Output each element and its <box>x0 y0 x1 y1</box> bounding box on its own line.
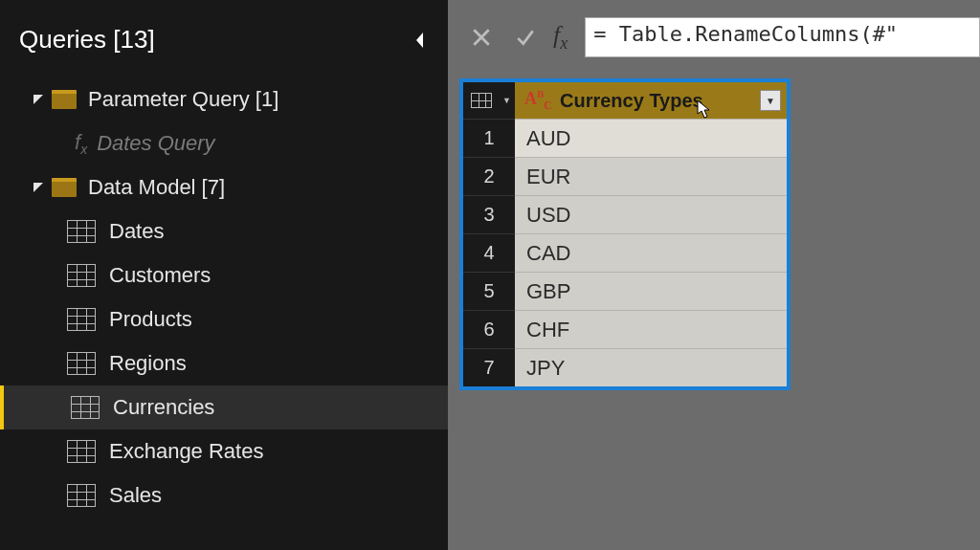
query-label: Products <box>109 307 192 332</box>
query-label: Regions <box>109 351 187 376</box>
row-number: 5 <box>463 272 515 310</box>
table-row[interactable]: 1 AUD <box>463 119 787 157</box>
column-header-currency-types[interactable]: ABC Currency Types ▼ <box>515 82 787 119</box>
data-preview-table: ▼ ABC Currency Types ▼ 1 AUD 2 EUR 3 USD… <box>459 78 791 390</box>
row-number: 3 <box>463 195 515 233</box>
cell-value[interactable]: USD <box>515 195 787 233</box>
cell-value[interactable]: CAD <box>515 233 787 272</box>
query-currencies[interactable]: Currencies <box>0 385 448 429</box>
row-number: 1 <box>463 119 515 157</box>
expand-icon[interactable] <box>33 182 44 193</box>
table-row[interactable]: 7 JPY <box>463 348 787 386</box>
cell-value[interactable]: EUR <box>515 157 787 195</box>
query-customers[interactable]: Customers <box>0 253 448 297</box>
table-icon <box>67 352 96 375</box>
table-header-row: ▼ ABC Currency Types ▼ <box>463 82 787 119</box>
row-number: 2 <box>463 157 515 195</box>
folder-label: Parameter Query [1] <box>88 87 278 112</box>
queries-header: Queries [13] <box>0 8 448 77</box>
cell-value[interactable]: CHF <box>515 310 787 348</box>
query-label: Currencies <box>113 395 214 420</box>
main-area: fx = Table.RenameColumns(#" ▼ ABC Curren… <box>448 0 980 550</box>
table-icon <box>67 220 96 243</box>
query-label: Dates Query <box>97 131 215 156</box>
query-dates[interactable]: Dates <box>0 209 448 253</box>
fx-icon: fx <box>75 130 87 157</box>
query-label: Dates <box>109 219 164 244</box>
accept-formula-button[interactable] <box>503 15 547 59</box>
table-icon <box>67 264 96 287</box>
table-row[interactable]: 6 CHF <box>463 310 787 348</box>
table-icon <box>67 484 96 507</box>
expand-icon[interactable] <box>33 94 44 105</box>
folder-label: Data Model [7] <box>88 175 225 200</box>
formula-input[interactable]: = Table.RenameColumns(#" <box>585 17 980 57</box>
table-row[interactable]: 3 USD <box>463 195 787 233</box>
query-exchange-rates[interactable]: Exchange Rates <box>0 429 448 473</box>
query-tree: Parameter Query [1] fx Dates Query Data … <box>0 77 448 517</box>
table-icon <box>67 308 96 331</box>
text-type-icon: ABC <box>524 88 552 113</box>
fx-icon[interactable]: fx <box>547 21 577 54</box>
queries-title: Queries [13] <box>19 25 155 55</box>
folder-icon <box>52 90 77 109</box>
row-number: 7 <box>463 348 515 386</box>
collapse-pane-icon[interactable] <box>413 31 427 50</box>
table-row[interactable]: 4 CAD <box>463 233 787 272</box>
folder-parameter-query[interactable]: Parameter Query [1] <box>0 77 448 121</box>
table-icon <box>471 93 492 108</box>
queries-pane: Queries [13] Parameter Query [1] fx Date… <box>0 0 448 550</box>
query-label: Customers <box>109 263 211 288</box>
table-row[interactable]: 2 EUR <box>463 157 787 195</box>
folder-data-model[interactable]: Data Model [7] <box>0 165 448 209</box>
row-number: 4 <box>463 233 515 272</box>
cell-value[interactable]: AUD <box>515 119 787 157</box>
query-sales[interactable]: Sales <box>0 473 448 517</box>
row-number: 6 <box>463 310 515 348</box>
chevron-down-icon: ▼ <box>502 96 511 105</box>
table-select-all[interactable]: ▼ <box>463 82 515 119</box>
cell-value[interactable]: GBP <box>515 272 787 310</box>
column-name: Currency Types <box>560 90 760 112</box>
table-row[interactable]: 5 GBP <box>463 272 787 310</box>
cell-value[interactable]: JPY <box>515 348 787 386</box>
folder-icon <box>52 178 77 197</box>
formula-bar: fx = Table.RenameColumns(#" <box>448 0 980 75</box>
query-dates-query[interactable]: fx Dates Query <box>0 121 448 165</box>
query-regions[interactable]: Regions <box>0 341 448 385</box>
table-icon <box>71 396 100 419</box>
cancel-formula-button[interactable] <box>459 15 503 59</box>
column-dropdown-button[interactable]: ▼ <box>760 90 781 111</box>
query-products[interactable]: Products <box>0 297 448 341</box>
query-label: Exchange Rates <box>109 439 263 464</box>
table-icon <box>67 440 96 463</box>
query-label: Sales <box>109 483 162 508</box>
